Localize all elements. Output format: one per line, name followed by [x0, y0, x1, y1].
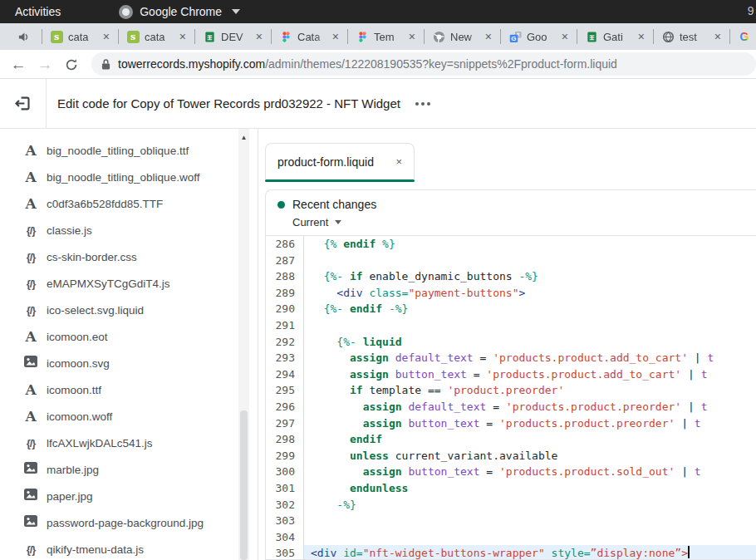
file-item-icomoon.ttf[interactable]: Aicomoon.ttf [0, 376, 258, 403]
shopify-favicon-icon: s [50, 30, 63, 43]
browser-toolbar: ← → towerrecords.myshopify.com/admin/the… [0, 50, 756, 79]
file-name: classie.js [47, 224, 92, 237]
file-item-password-page-background.jpg[interactable]: password-page-background.jpg [0, 509, 258, 536]
line-number: 299 [266, 448, 304, 464]
file-name: ico-select.svg.liquid [47, 304, 144, 317]
line-number: 287 [266, 253, 304, 269]
browser-tab-partial[interactable]: G× [729, 29, 756, 44]
code-text: endunless [304, 480, 756, 497]
file-item-lfcAXLwjkDALc541.js[interactable]: {/}lfcAXLwjkDALc541.js [0, 430, 258, 456]
file-item-big_noodle_titling_oblique.woff[interactable]: Abig_noodle_titling_oblique.woff [0, 164, 258, 190]
code-line-290: 290 {%- endif -%} [266, 301, 756, 317]
tab-close-icon[interactable]: × [636, 30, 647, 43]
exit-code-editor-button[interactable] [0, 79, 47, 128]
url-path: /admin/themes/122208190535?key=snippets%… [265, 57, 617, 71]
line-number: 305 [266, 545, 304, 559]
file-item-clipped[interactable]: A [0, 129, 258, 137]
file-item-icomoon.eot[interactable]: Aicomoon.eot [0, 323, 258, 350]
code-text: <div class="payment-buttons"> [304, 285, 756, 302]
code-text: assign default_text = 'products.product.… [304, 399, 756, 415]
font-file-icon: A [22, 169, 40, 185]
lock-icon[interactable] [101, 58, 110, 71]
code-text: <div id="nft-widget-buttons-wrapper" sty… [304, 545, 756, 559]
tab-close-icon[interactable]: × [253, 30, 265, 43]
code-line-296: 296 assign default_text = 'products.prod… [266, 399, 756, 415]
reload-button[interactable] [58, 56, 85, 72]
app-menu[interactable]: Google Chrome [119, 5, 240, 19]
editor-box: Recent changes Current 286 {% endif %}28… [265, 189, 756, 560]
line-number: 297 [266, 415, 304, 432]
tab-close-icon[interactable]: × [330, 30, 341, 43]
editor-tab-product-form[interactable]: product-form.liquid × [265, 143, 415, 179]
tab-close-icon[interactable]: × [406, 30, 418, 43]
image-file-icon [22, 489, 40, 504]
recent-changes-label: Recent changes [292, 198, 376, 211]
file-item-cs-skin-border.css[interactable]: {/}cs-skin-border.css [0, 243, 258, 270]
browser-tab-cata[interactable]: scata× [42, 29, 118, 44]
scroll-up-arrow-icon[interactable]: ▲ [238, 129, 249, 141]
browser-tab-New[interactable]: New× [424, 29, 500, 44]
code-line-293: 293 assign default_text = 'products.prod… [266, 350, 756, 366]
tab-title: test [680, 31, 707, 43]
browser-tab-Cata[interactable]: Cata× [271, 29, 347, 44]
code-text [304, 317, 756, 334]
file-item-icomoon.svg[interactable]: icomoon.svg [0, 350, 258, 376]
file-item-c0df3a6b528fdd85.TTF[interactable]: Ac0df3a6b528fdd85.TTF [0, 190, 258, 217]
line-number: 290 [266, 301, 304, 317]
sidebar-scrollbar[interactable]: ▲ [238, 129, 249, 560]
code-line-291: 291 [266, 317, 756, 334]
speaker-icon [0, 23, 42, 50]
version-dropdown[interactable]: Current [292, 216, 744, 228]
tab-close-icon[interactable]: × [559, 30, 571, 43]
back-button[interactable]: ← [5, 56, 32, 72]
code-text: -%} [304, 497, 756, 513]
tab-close-icon[interactable]: × [483, 30, 494, 43]
file-item-paper.jpg[interactable]: paper.jpg [0, 483, 258, 509]
file-item-eMAPMXSyTCgGdiT4.js[interactable]: {/}eMAPMXSyTCgGdiT4.js [0, 270, 258, 297]
file-item-big_noodle_titling_oblique.ttf[interactable]: Abig_noodle_titling_oblique.ttf [0, 137, 258, 164]
code-line-302: 302 -%} [266, 497, 756, 513]
image-file-icon [22, 462, 40, 477]
globe-favicon-icon [661, 30, 675, 43]
activities-button[interactable]: Activities [10, 3, 66, 20]
file-item-classie.js[interactable]: {/}classie.js [0, 217, 258, 243]
more-options-button[interactable] [412, 97, 434, 111]
browser-tab-Gati[interactable]: Gati× [577, 29, 653, 44]
file-item-marble.jpg[interactable]: marble.jpg [0, 456, 258, 483]
code-text: assign button_text = 'products.product.s… [304, 464, 756, 480]
code-area[interactable]: 286 {% endif %}287288 {%- if enable_dyna… [266, 235, 756, 559]
translate-favicon-icon: G [508, 30, 522, 43]
file-name: icomoon.eot [47, 331, 108, 343]
file-item-qikify-tmenu-data.js[interactable]: {/}qikify-tmenu-data.js [0, 536, 258, 560]
scrollbar-thumb[interactable] [240, 410, 248, 560]
tab-close-icon[interactable]: × [712, 30, 724, 43]
address-bar[interactable]: towerrecords.myshopify.com/admin/themes/… [91, 52, 756, 76]
file-list: AAbig_noodle_titling_oblique.ttfAbig_noo… [0, 129, 258, 560]
file-item-ico-select.svg.liquid[interactable]: {/}ico-select.svg.liquid [0, 297, 258, 323]
svg-text:G: G [511, 34, 516, 42]
os-top-bar: Activities Google Chrome 9 A [0, 0, 756, 23]
browser-tab-DEV[interactable]: DEV× [194, 29, 271, 44]
code-text [304, 529, 756, 546]
browser-tab-cata[interactable]: scata× [118, 29, 194, 44]
file-name: eMAPMXSyTCgGdiT4.js [47, 278, 170, 290]
line-number: 302 [266, 497, 304, 513]
code-line-288: 288 {%- if enable_dynamic_buttons -%} [266, 268, 756, 285]
tab-close-icon[interactable]: × [101, 30, 112, 43]
browser-tab-Tem[interactable]: Tem× [347, 29, 424, 44]
line-number: 292 [266, 334, 304, 351]
editor-tab-row: product-form.liquid × [265, 143, 756, 182]
line-number: 294 [266, 366, 304, 383]
image-file-icon [22, 515, 40, 530]
tab-title: Goo [527, 31, 554, 43]
line-number: 291 [266, 317, 304, 334]
tab-title: DEV [221, 31, 248, 43]
forward-button[interactable]: → [32, 56, 58, 72]
tab-close-icon[interactable]: × [177, 30, 189, 43]
file-item-icomoon.woff[interactable]: Aicomoon.woff [0, 403, 258, 430]
browser-tab-Goo[interactable]: GGoo× [500, 29, 577, 44]
editor-tab-close-icon[interactable]: × [395, 155, 402, 168]
browser-tab-test[interactable]: test× [653, 29, 729, 44]
code-line-300: 300 assign button_text = 'products.produ… [266, 464, 756, 480]
code-line-305: 305<div id="nft-widget-buttons-wrapper" … [266, 545, 756, 559]
